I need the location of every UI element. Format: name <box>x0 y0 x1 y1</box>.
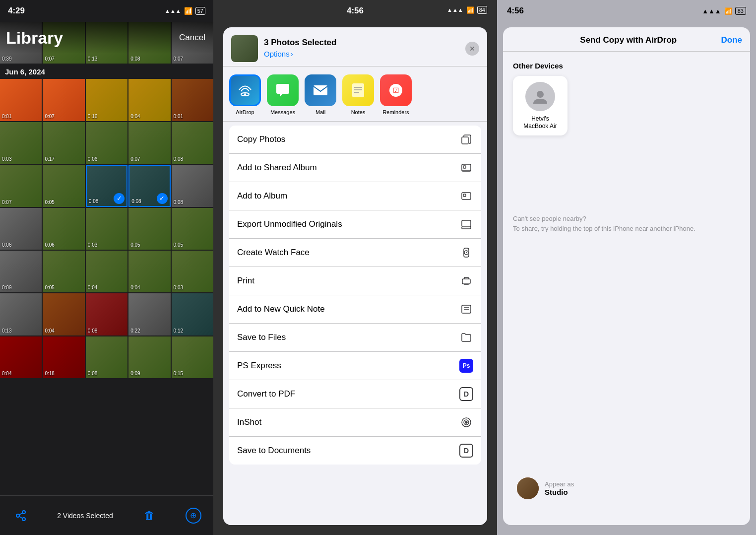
thumb-item[interactable]: 0:13 <box>0 293 42 335</box>
thumb-item[interactable]: 0:08 <box>172 165 213 206</box>
share-preview-thumbnail <box>231 35 258 62</box>
action-copy-photos[interactable]: Copy Photos <box>229 126 481 154</box>
inshot-label: InShot <box>237 417 261 427</box>
svg-rect-11 <box>463 166 466 168</box>
thumb-item[interactable]: 0:09 <box>0 251 42 292</box>
save-files-icon <box>459 331 473 344</box>
thumb-item[interactable]: 0:04 <box>86 251 127 292</box>
action-group-1: Copy Photos Add to Shared Album <box>229 126 481 465</box>
library-header-overlay: Library Cancel <box>0 22 213 54</box>
thumb-item[interactable]: 0:06 <box>86 122 127 164</box>
thumb-item[interactable]: 0:03 <box>0 122 42 164</box>
share-app-airdrop[interactable]: AirDrop <box>229 74 261 115</box>
copy-photos-icon <box>459 133 473 146</box>
thumb-item[interactable]: 0:18 <box>43 336 84 378</box>
thumb-item[interactable]: 0:07 <box>43 79 84 121</box>
share-app-mail[interactable]: Mail <box>305 74 336 115</box>
share-photos-count: 3 Photos Selected <box>264 38 459 48</box>
thumb-item[interactable]: 0:07 <box>128 122 170 164</box>
add-shared-album-icon <box>459 161 473 175</box>
thumb-item[interactable]: 0:16 <box>86 79 127 121</box>
thumb-item[interactable]: 0:22 <box>128 293 170 335</box>
copy-photos-label: Copy Photos <box>237 134 285 144</box>
thumb-item[interactable]: 0:15 <box>172 336 213 378</box>
thumb-item[interactable]: 0:09 <box>128 336 170 378</box>
reminders-app-icon: ☑ <box>380 74 412 106</box>
share-app-reminders[interactable]: ☑ Reminders <box>380 74 412 115</box>
wifi-icon: 📶 <box>184 7 192 15</box>
share-header-info: 3 Photos Selected Options › <box>264 38 459 60</box>
cancel-button[interactable]: Cancel <box>179 33 205 43</box>
ps-express-label: PS Express <box>237 361 281 371</box>
svg-text:☑: ☑ <box>393 86 399 94</box>
thumb-item[interactable]: 0:03 <box>86 208 127 250</box>
action-save-documents[interactable]: Save to Documents D <box>229 437 481 465</box>
thumb-item[interactable]: 0:04 <box>43 293 84 335</box>
thumb-item[interactable]: 0:08 <box>172 122 213 164</box>
save-documents-icon: D <box>459 444 473 458</box>
quick-note-label: Add to New Quick Note <box>237 304 325 314</box>
action-add-shared-album[interactable]: Add to Shared Album <box>229 154 481 182</box>
share-button[interactable] <box>12 507 30 525</box>
thumb-item[interactable]: 0:05 <box>128 208 170 250</box>
share-app-messages[interactable]: Messages <box>267 74 299 115</box>
thumb-item[interactable]: 0:05 <box>43 251 84 292</box>
thumb-item-selected[interactable]: 0:08✓ <box>128 165 170 206</box>
share-options-button[interactable]: Options › <box>264 48 293 60</box>
action-save-files[interactable]: Save to Files <box>229 324 481 352</box>
ps-express-icon: Ps <box>459 359 473 373</box>
share-apps-row: AirDrop Messages Mail <box>223 67 487 122</box>
svg-point-26 <box>465 421 467 423</box>
delete-button[interactable]: 🗑 <box>140 507 158 525</box>
save-documents-label: Save to Documents <box>237 446 311 456</box>
action-quick-note[interactable]: Add to New Quick Note <box>229 295 481 324</box>
notes-label: Notes <box>351 109 366 115</box>
airdrop-done-button[interactable]: Done <box>721 35 743 45</box>
create-watch-face-label: Create Watch Face <box>237 248 310 258</box>
action-convert-pdf[interactable]: Convert to PDF D <box>229 380 481 408</box>
add-album-icon <box>459 189 473 203</box>
thumb-item[interactable]: 0:17 <box>43 122 84 164</box>
action-export-originals[interactable]: Export Unmodified Originals <box>229 210 481 239</box>
thumb-item[interactable]: 0:01 <box>0 79 42 121</box>
airdrop-cant-see-title: Can't see people nearby? <box>513 215 740 222</box>
share-action-list: Copy Photos Add to Shared Album <box>223 122 487 525</box>
date-header: Jun 6, 2024 <box>0 65 213 78</box>
action-create-watch-face[interactable]: Create Watch Face <box>229 239 481 267</box>
reminders-label: Reminders <box>382 109 409 115</box>
share-signal-icon: ▲▲▲ <box>447 7 463 13</box>
airdrop-device-macbook[interactable]: Hetvi'sMacBook Air <box>513 76 567 135</box>
appear-as-name: Studio <box>545 488 574 496</box>
thumb-item[interactable]: 0:06 <box>43 208 84 250</box>
quick-note-icon <box>459 302 473 316</box>
thumb-item-selected[interactable]: 0:08✓ <box>86 165 127 206</box>
thumb-item[interactable]: 0:06 <box>0 208 42 250</box>
thumb-item[interactable]: 0:03 <box>172 251 213 292</box>
inshot-icon <box>459 415 473 429</box>
share-close-button[interactable]: ✕ <box>465 42 479 56</box>
airdrop-devices-list: Hetvi'sMacBook Air <box>503 76 750 135</box>
share-app-notes[interactable]: Notes <box>342 74 374 115</box>
action-ps-express[interactable]: PS Express Ps <box>229 352 481 380</box>
action-add-album[interactable]: Add to Album <box>229 182 481 210</box>
airdrop-status-right: ▲▲▲ 📶 83 <box>702 7 746 15</box>
thumb-item[interactable]: 0:01 <box>172 79 213 121</box>
thumb-item[interactable]: 0:04 <box>0 336 42 378</box>
thumb-item[interactable]: 0:04 <box>128 79 170 121</box>
appear-avatar-img <box>517 477 539 499</box>
action-inshot[interactable]: InShot <box>229 408 481 437</box>
thumb-item[interactable]: 0:05 <box>172 208 213 250</box>
export-originals-label: Export Unmodified Originals <box>237 219 342 229</box>
library-bottom-bar: 2 Videos Selected 🗑 ⊕ <box>0 495 213 535</box>
thumb-item[interactable]: 0:05 <box>43 165 84 206</box>
thumb-item[interactable]: 0:08 <box>86 293 127 335</box>
more-button[interactable]: ⊕ <box>186 508 201 524</box>
action-print[interactable]: Print <box>229 267 481 295</box>
thumb-item[interactable]: 0:04 <box>128 251 170 292</box>
thumb-item[interactable]: 0:08 <box>86 336 127 378</box>
share-status-icons: ▲▲▲ 📶 84 <box>447 6 487 14</box>
thumb-item[interactable]: 0:07 <box>0 165 42 206</box>
share-wifi-icon: 📶 <box>466 6 474 14</box>
airdrop-header-title: Send Copy with AirDrop <box>536 35 721 45</box>
thumb-item[interactable]: 0:12 <box>172 293 213 335</box>
